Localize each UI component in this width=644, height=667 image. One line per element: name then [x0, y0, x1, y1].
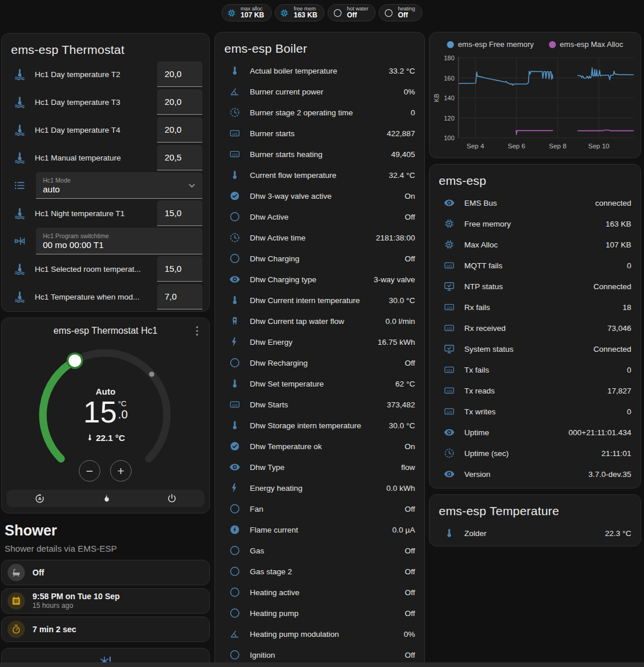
number-input[interactable]: 20,0: [157, 117, 202, 143]
badge-value: Off: [347, 12, 368, 20]
entity-row[interactable]: Dhw Starts 373,482: [215, 394, 424, 415]
shower-item-card[interactable]: 7 min 2 sec: [1, 617, 210, 642]
entity-value: Off: [405, 213, 415, 221]
entity-row[interactable]: Heating pump modulation 0%: [215, 624, 424, 644]
entity-icon: [229, 294, 241, 306]
entity-icon: [229, 315, 241, 327]
entity-row[interactable]: EMS Bus connected: [430, 192, 641, 213]
entity-row[interactable]: Uptime 000+21:11:01.434: [430, 422, 641, 443]
entity-row[interactable]: Dhw Charging Off: [215, 248, 424, 269]
entity-icon: [443, 301, 455, 313]
entity-row[interactable]: Gas stage 2 Off: [215, 561, 424, 582]
entity-label: Dhw Charging: [250, 254, 405, 263]
entity-row[interactable]: Dhw Energy 16.75 kWh: [215, 331, 424, 352]
status-badge[interactable]: free mem 163 KB: [275, 4, 325, 21]
entity-icon: [443, 218, 455, 229]
entity-row[interactable]: NTP status Connected: [430, 276, 641, 297]
entity-row[interactable]: Dhw Recharging Off: [215, 352, 424, 373]
entity-row[interactable]: Flame current 0.0 µA: [215, 519, 424, 540]
entity-row[interactable]: Dhw Current intern temperature 30.0 °C: [215, 290, 424, 311]
entity-row[interactable]: Rx received 73,046: [430, 318, 641, 338]
water-thermometer-icon: [13, 68, 26, 81]
entity-row[interactable]: Current flow temperature 32.4 °C: [215, 165, 424, 185]
entity-row[interactable]: Dhw Temperature ok On: [215, 436, 424, 457]
dial-knob[interactable]: [68, 353, 82, 368]
shower-item-card[interactable]: 9:58 PM on Tue 10 Sep 15 hours ago: [1, 588, 210, 614]
entity-row[interactable]: Burner stage 2 operating time 0: [215, 102, 424, 123]
entity-row[interactable]: Actual boiler temperature 33.2 °C: [215, 60, 424, 81]
status-badge[interactable]: max alloc 107 KB: [221, 4, 272, 21]
entity-row[interactable]: Energy heating 0.0 kWh: [215, 478, 424, 498]
entity-label: Heating pump: [250, 609, 405, 618]
entity-row[interactable]: Dhw Charging type 3-way valve: [215, 269, 424, 290]
hvac-mode-button[interactable]: [72, 490, 139, 507]
entity-row[interactable]: Version 3.7.0-dev.35: [430, 464, 641, 484]
bottom-scrollbar[interactable]: [0, 662, 644, 667]
entity-row[interactable]: Dhw Active Off: [215, 206, 424, 227]
mode-select[interactable]: Hc1 Mode auto: [36, 172, 202, 199]
entity-row[interactable]: Zolder 22.3 °C: [430, 523, 641, 544]
legend-item[interactable]: ems-esp Max Alloc: [549, 40, 623, 49]
number-input[interactable]: 15,0: [157, 201, 202, 226]
entity-icon: [443, 406, 455, 417]
status-badge[interactable]: hot water Off: [328, 4, 376, 21]
entity-row[interactable]: Gas Off: [215, 540, 424, 561]
entity-row[interactable]: Dhw Active time 2181:38:00: [215, 227, 424, 248]
entity-label: Heating pump modulation: [250, 630, 403, 639]
entity-row[interactable]: Dhw Storage intern temperature 30.0 °C: [215, 415, 424, 436]
number-input[interactable]: 15,0: [157, 256, 202, 282]
number-input[interactable]: 20,0: [157, 89, 202, 115]
status-badge[interactable]: heating Off: [379, 4, 423, 21]
number-input[interactable]: 20,5: [157, 145, 202, 170]
list-icon: [13, 179, 26, 192]
entity-icon: [229, 503, 241, 515]
entity-icon: [229, 586, 241, 598]
entity-row[interactable]: Tx fails 0: [430, 359, 641, 380]
entity-row[interactable]: Burner starts 422,887: [215, 123, 424, 144]
chart-legend: ems-esp Free memory ems-esp Max Alloc: [430, 40, 641, 49]
entity-row[interactable]: Dhw 3-way valve active On: [215, 185, 424, 206]
entity-icon: [229, 253, 241, 264]
badge-icon: [332, 8, 343, 18]
entity-row[interactable]: Free memory 163 KB: [430, 213, 641, 234]
current-temp-dot: [149, 371, 154, 377]
entity-icon: [229, 649, 241, 661]
entity-label: Heating active: [250, 588, 405, 597]
entity-row[interactable]: Rx fails 18: [430, 297, 641, 318]
entity-label: Rx received: [464, 324, 607, 333]
entity-value: 000+21:11:01.434: [569, 428, 631, 437]
entity-row[interactable]: Tx writes 0: [430, 401, 641, 422]
legend-item[interactable]: ems-esp Free memory: [447, 40, 534, 49]
entity-row[interactable]: Tx reads 17,827: [430, 380, 641, 401]
entity-row[interactable]: Heating active Off: [215, 582, 424, 603]
shower-item-secondary: 15 hours ago: [32, 602, 120, 610]
shower-item-card[interactable]: Off: [1, 560, 210, 585]
number-input[interactable]: 7,0: [157, 284, 202, 309]
entity-row[interactable]: System status Connected: [430, 338, 641, 359]
number-input[interactable]: 20,0: [157, 61, 202, 87]
entity-row[interactable]: Burner current power 0%: [215, 81, 424, 102]
decrease-temp-button[interactable]: −: [79, 460, 100, 482]
select-value: auto: [43, 184, 185, 194]
entity-row[interactable]: Dhw Set temperature 62 °C: [215, 373, 424, 394]
text-input[interactable]: Hc1 Program switchtime 00 mo 00:00 T1: [36, 228, 202, 254]
entity-row[interactable]: Max Alloc 107 KB: [430, 234, 641, 255]
entity-row[interactable]: Dhw Type flow: [215, 457, 424, 478]
entity-row[interactable]: Fan Off: [215, 498, 424, 519]
entity-row[interactable]: Uptime (sec) 21:11:01: [430, 443, 641, 464]
entity-icon: [229, 461, 241, 473]
entity-value: Off: [405, 254, 415, 263]
entity-row[interactable]: Dhw Current tap water flow 0.0 l/min: [215, 311, 424, 331]
entity-row[interactable]: Heating pump Off: [215, 603, 424, 624]
entity-icon: [229, 65, 241, 76]
hvac-mode-button[interactable]: [6, 490, 72, 507]
entity-label: Version: [464, 470, 588, 479]
hvac-mode-button[interactable]: [139, 490, 205, 507]
badge-icon: [383, 8, 394, 18]
entity-value: Off: [405, 505, 415, 513]
entity-row[interactable]: Burner starts heating 49,405: [215, 144, 424, 165]
increase-temp-button[interactable]: +: [110, 460, 132, 482]
entity-icon: [229, 274, 241, 285]
entity-row[interactable]: MQTT fails 0: [430, 255, 641, 276]
entity-icon: [229, 211, 241, 223]
